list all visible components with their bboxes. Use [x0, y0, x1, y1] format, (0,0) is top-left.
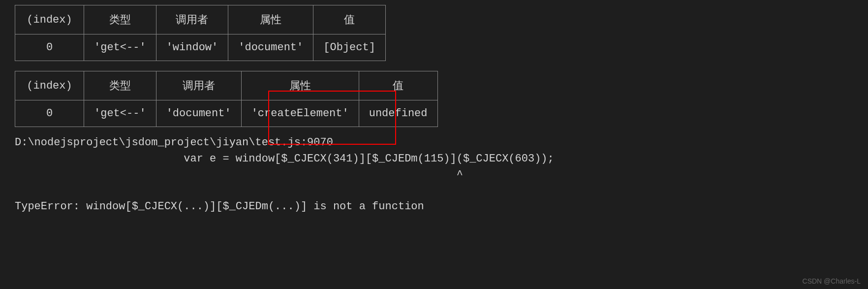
- header-type: 类型: [84, 71, 156, 100]
- error-caret: ^: [15, 167, 868, 183]
- header-caller: 调用者: [156, 5, 228, 34]
- table-header-row: (index) 类型 调用者 属性 值: [15, 5, 386, 34]
- header-value: 值: [313, 5, 386, 34]
- error-code-line: var e = window[$_CJECX(341)][$_CJEDm(115…: [15, 151, 868, 167]
- cell-index: 0: [15, 34, 84, 61]
- cell-caller: 'document': [156, 100, 241, 127]
- cell-value: [Object]: [313, 34, 386, 61]
- cell-attr: 'document': [228, 34, 313, 61]
- header-caller: 调用者: [156, 71, 241, 100]
- watermark: CSDN @Charles-L: [803, 277, 861, 285]
- table2-wrapper: (index) 类型 调用者 属性 值 0 'get<--' 'document…: [0, 71, 868, 127]
- error-path: D:\nodejsproject\jsdom_project\jiyan\tes…: [15, 134, 868, 151]
- cell-index: 0: [15, 100, 84, 127]
- cell-caller: 'window': [156, 34, 228, 61]
- highlight-annotation: [268, 91, 396, 145]
- header-type: 类型: [84, 5, 156, 34]
- header-index: (index): [15, 71, 84, 100]
- header-attr: 属性: [228, 5, 313, 34]
- error-message: TypeError: window[$_CJECX(...)][$_CJEDm(…: [15, 200, 868, 213]
- cell-type: 'get<--': [84, 100, 156, 127]
- cell-type: 'get<--': [84, 34, 156, 61]
- console-table-1: (index) 类型 调用者 属性 值 0 'get<--' 'window' …: [15, 5, 386, 61]
- table-row: 0 'get<--' 'window' 'document' [Object]: [15, 34, 386, 61]
- header-index: (index): [15, 5, 84, 34]
